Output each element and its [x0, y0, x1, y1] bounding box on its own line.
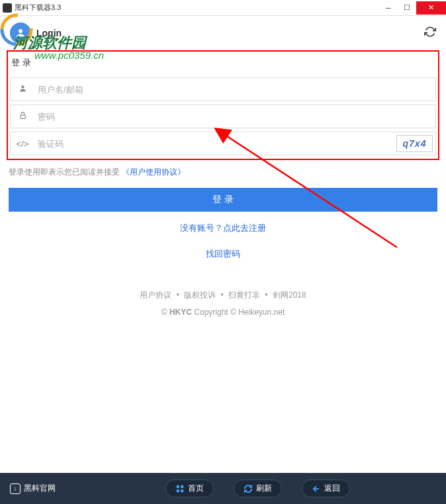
minimize-button[interactable]: ─ — [379, 1, 398, 15]
app-icon — [3, 3, 12, 13]
content-area: Login 登 录 </> — [0, 16, 446, 473]
page-header: Login — [0, 16, 446, 50]
password-group — [10, 105, 436, 128]
register-link[interactable]: 没有账号？点此去注册 — [180, 223, 266, 233]
agreement-text: 登录使用即表示您已阅读并接受 《用户使用协议》 — [7, 160, 439, 185]
svg-rect-8 — [177, 485, 179, 487]
grid-icon — [175, 484, 185, 493]
svg-point-4 — [21, 85, 24, 88]
svg-rect-11 — [181, 489, 183, 492]
refresh-label: 刷新 — [256, 483, 272, 494]
official-site-link[interactable]: ↓ 黑科官网 — [10, 483, 56, 494]
code-icon: </> — [11, 139, 34, 149]
username-group — [10, 77, 436, 101]
captcha-input[interactable] — [34, 139, 396, 149]
arrow-left-icon — [312, 484, 321, 493]
window-controls: ─ ☐ ✕ — [379, 1, 446, 15]
user-avatar-icon — [10, 22, 31, 44]
maximize-button[interactable]: ☐ — [398, 1, 416, 15]
login-button[interactable]: 登 录 — [9, 188, 437, 212]
agreement-prefix: 登录使用即表示您已阅读并接受 — [9, 167, 120, 177]
footer-links: 用户协议 • 版权投诉 • 扫黄打非 • 剑网2018 — [0, 290, 446, 301]
forgot-password-link[interactable]: 找回密码 — [206, 249, 240, 259]
page-title: Login — [36, 28, 424, 38]
password-input[interactable] — [34, 112, 435, 122]
refresh-button[interactable]: 刷新 — [234, 480, 282, 497]
official-label: 黑科官网 — [24, 483, 56, 494]
captcha-group: </> q7x4 — [10, 132, 436, 155]
home-label: 首页 — [188, 483, 204, 494]
window-titlebar: 黑科下载器3.3 ─ ☐ ✕ — [0, 0, 446, 16]
refresh-icon — [244, 484, 253, 493]
login-panel: 登 录 </> q7x4 登录 — [7, 50, 439, 267]
svg-rect-5 — [20, 115, 25, 118]
lock-icon — [11, 111, 34, 122]
footer-link-copyright[interactable]: 版权投诉 — [184, 290, 216, 300]
highlight-box: 登 录 </> q7x4 — [7, 50, 439, 160]
svg-rect-10 — [177, 489, 179, 492]
bottom-nav: 首页 刷新 返回 — [165, 480, 350, 497]
user-icon — [11, 84, 34, 95]
close-button[interactable]: ✕ — [416, 1, 446, 15]
bottom-toolbar: ↓ 黑科官网 首页 刷新 返回 — [0, 473, 446, 504]
username-input[interactable] — [34, 85, 435, 95]
home-button[interactable]: 首页 — [165, 480, 214, 497]
footer-link-report[interactable]: 扫黄打非 — [228, 290, 260, 300]
back-button[interactable]: 返回 — [302, 480, 350, 497]
captcha-image[interactable]: q7x4 — [396, 135, 433, 152]
copyright-text: © HKYC Copyright © Heikeyun.net — [0, 308, 446, 317]
agreement-link[interactable]: 《用户使用协议》 — [122, 167, 185, 177]
refresh-icon[interactable] — [424, 26, 436, 41]
login-heading: 登 录 — [8, 52, 438, 74]
footer-link-jianwang[interactable]: 剑网2018 — [273, 290, 306, 300]
window-title: 黑科下载器3.3 — [15, 3, 379, 13]
back-label: 返回 — [324, 483, 340, 494]
download-icon: ↓ — [10, 483, 21, 494]
footer-link-agreement[interactable]: 用户协议 — [140, 290, 171, 300]
svg-point-3 — [19, 29, 22, 33]
svg-rect-9 — [181, 485, 183, 487]
